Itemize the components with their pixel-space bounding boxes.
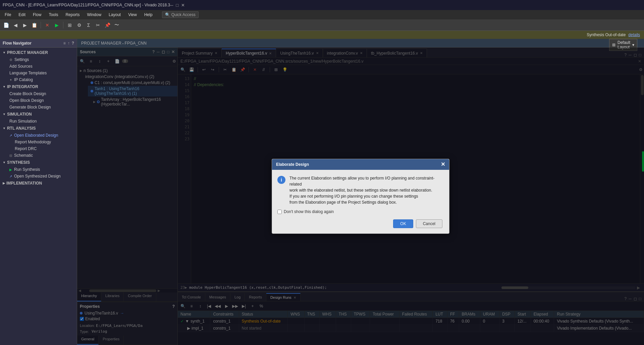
menu-file[interactable]: File	[1, 11, 14, 18]
chevron-down-synth: ▼	[3, 161, 6, 164]
section-synth-label: SYNTHESIS	[7, 160, 30, 165]
nav-report-drc[interactable]: Report DRC	[5, 145, 77, 152]
section-sim-label: SIMULATION	[7, 112, 32, 117]
nav-create-block-design[interactable]: Create Block Design	[0, 90, 77, 97]
menu-view[interactable]: View	[125, 11, 140, 18]
nav-run-synthesis[interactable]: ▶ Run Synthesis	[0, 166, 77, 173]
project-manager-label: PROJECT MANAGER	[81, 41, 121, 46]
section-rtl-label: RTL ANALYSIS	[7, 126, 36, 131]
nav-open-synthesized-design[interactable]: ↗ Open Synthesized Design	[0, 173, 77, 180]
modal-checkbox-row: Don't show this dialog again	[277, 209, 444, 214]
sigma-btn[interactable]: Σ	[85, 21, 93, 29]
content-area: PROJECT MANAGER - FPGA_CNN Sources ? ─ ◻…	[77, 39, 644, 345]
schematic-icon: ⊟	[9, 154, 12, 157]
synth-outofdate-bar: Synthesis Out-of-date details	[0, 31, 644, 39]
flow-nav-header: Flow Navigator ≡ ↑ ?	[0, 39, 77, 48]
forward-btn[interactable]: ▶	[21, 21, 29, 29]
section-rtl-analysis[interactable]: ▼ RTL ANALYSIS	[0, 125, 77, 132]
quick-access[interactable]: 🔍 Quick Access	[162, 11, 199, 18]
menu-bar: File Edit Flow Tools Reports Window Layo…	[0, 10, 644, 19]
section-project-manager[interactable]: ▼ PROJECT MANAGER	[0, 49, 77, 56]
synth-details-link[interactable]: details	[628, 32, 640, 37]
menu-help[interactable]: Help	[141, 11, 156, 18]
nav-help-icon[interactable]: ?	[72, 41, 74, 46]
nav-run-simulation[interactable]: Run Simulation	[0, 118, 77, 125]
menu-flow[interactable]: Flow	[30, 11, 45, 18]
nav-ip-catalog[interactable]: ✦ IP Catalog	[0, 76, 77, 83]
title-bar-text: FPGA_CNN - [E:/FPGA_Learn/FPGA/Day1211/F…	[3, 3, 170, 7]
content-top-bar: PROJECT MANAGER - FPGA_CNN	[77, 39, 644, 48]
paste-btn[interactable]: 📌	[103, 21, 111, 29]
sep2	[63, 22, 63, 28]
chevron-down-ip: ▼	[3, 85, 6, 88]
chevron-down-sim: ▼	[3, 113, 6, 116]
section-pm-label: PROJECT MANAGER	[7, 50, 48, 55]
modal-body: i The current Elaboration settings allow…	[272, 170, 449, 233]
section-ip-label: IP INTEGRATOR	[7, 84, 38, 89]
modal-header: Elaborate Design ✕	[272, 159, 449, 170]
section-impl-label: IMPLEMENTATION	[6, 181, 42, 186]
chevron-down-icon: ▾	[632, 43, 634, 47]
menu-tools[interactable]: Tools	[45, 11, 61, 18]
modal-info-icon: i	[277, 176, 285, 184]
quick-access-label: Quick Access	[171, 12, 196, 17]
nav-schematic[interactable]: ⊟ Schematic	[0, 152, 77, 159]
copy-btn[interactable]: 📋	[30, 21, 38, 29]
cut-btn[interactable]: ✂	[94, 21, 102, 29]
section-ip-integrator[interactable]: ▼ IP INTEGRATOR	[0, 83, 77, 90]
flow-nav-body: ▼ PROJECT MANAGER ⚙ Settings Add Sources…	[0, 48, 77, 345]
menu-window[interactable]: Window	[84, 11, 105, 18]
title-bar-controls[interactable]: ─ □ ✕	[170, 3, 185, 8]
modal-buttons: OK Cancel	[277, 219, 444, 228]
dont-show-checkbox[interactable]	[277, 210, 282, 214]
nav-add-sources[interactable]: Add Sources	[0, 63, 77, 70]
elaborate-design-modal: Elaborate Design ✕ i The current Elabora…	[272, 159, 449, 234]
modal-close-btn[interactable]: ✕	[441, 162, 445, 167]
menu-layout[interactable]: Layout	[105, 11, 124, 18]
content-wrapper: Sources ? ─ ◻ □ ✕ 🔍 ≡ ↕ +	[77, 48, 644, 345]
chevron-down-pm: ▼	[3, 51, 6, 54]
dont-show-label: Don't show this dialog again	[284, 209, 334, 214]
maximize-btn[interactable]: □	[176, 3, 179, 8]
main-layout: Flow Navigator ≡ ↑ ? ▼ PROJECT MANAGER ⚙…	[0, 39, 644, 345]
section-implementation[interactable]: ▶ IMPLEMENTATION	[0, 180, 77, 187]
flow-nav-title: Flow Navigator	[3, 41, 32, 46]
nav-language-templates[interactable]: Language Templates	[0, 70, 77, 76]
menu-reports[interactable]: Reports	[62, 11, 83, 18]
waveform-btn[interactable]: 〜	[113, 21, 121, 29]
play-icon-synth: ▶	[9, 168, 12, 171]
nav-open-elaborated-design[interactable]: ↗ Open Elaborated Design	[0, 132, 77, 139]
modal-info-row: i The current Elaboration settings allow…	[277, 175, 444, 205]
search-icon: 🔍	[165, 12, 170, 17]
run-btn[interactable]: ▶	[53, 21, 61, 29]
flow-navigator: Flow Navigator ≡ ↑ ? ▼ PROJECT MANAGER ⚙…	[0, 39, 77, 345]
nav-open-block-design[interactable]: Open Block Design	[0, 97, 77, 104]
ip-icon: ✦	[9, 78, 12, 82]
gear-icon: ⚙	[9, 58, 12, 62]
back-btn[interactable]: ◀	[11, 21, 19, 29]
nav-report-methodology[interactable]: Report Methodology	[5, 139, 77, 145]
delete-btn[interactable]: ✕	[43, 21, 51, 29]
main-toolbar: 📄 ◀ ▶ 📋 ✕ ▶ ⊞ ⚙ Σ ✂ 📌 〜 ⊞ Default Layout…	[0, 19, 644, 31]
settings-btn[interactable]: ⚙	[75, 21, 83, 29]
section-synthesis[interactable]: ▼ SYNTHESIS	[0, 159, 77, 166]
parallel-btn[interactable]: ⊞	[66, 21, 74, 29]
synth-status-text: Synthesis Out-of-date	[587, 32, 626, 37]
modal-title: Elaborate Design	[276, 162, 309, 167]
modal-info-text: The current Elaboration settings allow y…	[289, 175, 444, 205]
section-simulation[interactable]: ▼ SIMULATION	[0, 111, 77, 118]
close-btn[interactable]: ✕	[181, 3, 185, 8]
link-icon-synth: ↗	[9, 175, 12, 178]
title-bar: FPGA_CNN - [E:/FPGA_Learn/FPGA/Day1211/F…	[0, 0, 644, 10]
nav-settings[interactable]: ⚙ Settings	[0, 56, 77, 63]
modal-overlay: Elaborate Design ✕ i The current Elabora…	[77, 48, 644, 345]
modal-ok-btn[interactable]: OK	[393, 219, 413, 228]
nav-generate-block-design[interactable]: Generate Block Design	[0, 104, 77, 111]
modal-cancel-btn[interactable]: Cancel	[416, 219, 442, 228]
nav-collapse-icon[interactable]: ≡	[63, 41, 66, 46]
minimize-btn[interactable]: ─	[170, 3, 173, 8]
layout-grid-icon: ⊞	[612, 43, 615, 47]
menu-edit[interactable]: Edit	[15, 11, 29, 18]
nav-up-icon[interactable]: ↑	[68, 41, 70, 46]
new-file-btn[interactable]: 📄	[2, 21, 10, 29]
